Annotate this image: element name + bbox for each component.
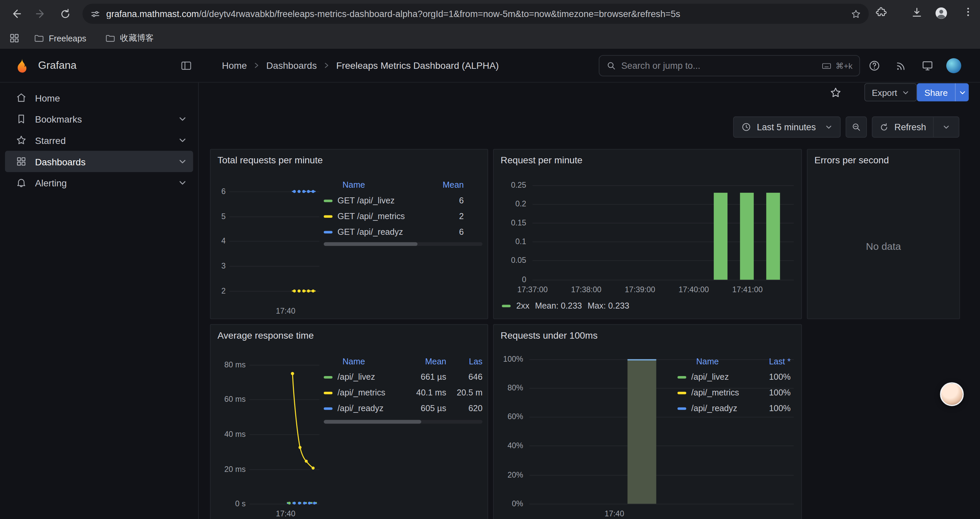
legend-col-name[interactable]: Name	[342, 180, 442, 189]
y-tick: 60%	[494, 412, 523, 422]
breadcrumb-home[interactable]: Home	[222, 60, 247, 71]
search-icon	[606, 61, 616, 71]
refresh-label: Refresh	[894, 122, 926, 132]
legend-row[interactable]: GET /api/_readyz 6	[324, 224, 464, 240]
chevron-down-icon[interactable]	[178, 178, 187, 187]
legend-col-mean[interactable]: Mean	[405, 356, 446, 366]
search-box[interactable]: ⌘+k	[599, 55, 860, 77]
chevron-down-icon[interactable]	[178, 157, 187, 166]
sidebar-item-dashboards[interactable]: Dashboards	[5, 151, 193, 172]
legend-row[interactable]: GET /api/_livez 6	[324, 193, 464, 208]
user-avatar[interactable]	[946, 58, 961, 73]
time-range-picker[interactable]: Last 5 minutes	[733, 117, 841, 138]
panel-title[interactable]: Errors per second	[814, 155, 889, 165]
bookmark-star-icon[interactable]	[851, 8, 861, 19]
panel-title[interactable]: Request per minute	[501, 155, 582, 165]
legend-row[interactable]: /api/_metrics 100%	[678, 385, 791, 401]
chevron-down-icon	[825, 123, 832, 131]
share-button[interactable]: Share	[917, 83, 969, 101]
legend-scrollbar[interactable]	[324, 242, 483, 246]
share-label[interactable]: Share	[917, 83, 955, 101]
legend-header: Name Mean	[324, 176, 464, 193]
chevron-down-icon	[902, 88, 910, 96]
legend-scrollbar[interactable]	[324, 420, 483, 423]
refresh-interval-chevron-icon[interactable]	[934, 123, 959, 131]
url-bar[interactable]: grafana.mathmast.com/d/deytv4rwavabkb/fr…	[83, 4, 869, 24]
breadcrumb-dashboards[interactable]: Dashboards	[266, 60, 317, 71]
x-tick: 17:38:00	[565, 285, 608, 295]
panel-title[interactable]: Requests under 100ms	[501, 330, 598, 340]
news-rss-icon[interactable]	[893, 58, 908, 73]
sidebar-item-home[interactable]: Home	[5, 87, 193, 108]
bar-2xx	[714, 193, 727, 279]
chevron-down-icon[interactable]	[178, 115, 187, 123]
url-path: /d/deytv4rwavabkb/freeleaps-metrics-dash…	[199, 9, 680, 19]
sidebar-item-alerting[interactable]: Alerting	[5, 172, 193, 193]
export-button[interactable]: Export	[864, 83, 917, 101]
folder-icon	[34, 33, 45, 43]
legend-row[interactable]: /api/_livez 661 µs 646	[324, 369, 483, 385]
gridline	[529, 446, 794, 446]
legend-col-last[interactable]: Last *	[769, 356, 791, 366]
search-input[interactable]	[621, 61, 816, 71]
sidebar-item-label: Bookmarks	[35, 113, 82, 124]
forward-button[interactable]	[32, 6, 49, 22]
sidebar-toggle-icon[interactable]	[179, 58, 194, 73]
site-info-icon[interactable]	[90, 8, 101, 19]
chevron-right-icon	[323, 62, 330, 69]
download-icon[interactable]	[911, 6, 923, 19]
y-tick: 0.15	[499, 218, 526, 228]
scrollbar-thumb[interactable]	[324, 242, 418, 246]
zoom-out-time-button[interactable]	[846, 117, 867, 138]
help-icon[interactable]	[867, 58, 882, 73]
scrollbar-thumb[interactable]	[324, 420, 421, 423]
panel-title[interactable]: Average response time	[218, 330, 314, 340]
bookmark-folder-blogs[interactable]: 收藏博客	[100, 31, 159, 46]
chevron-down-icon[interactable]	[178, 136, 187, 145]
series-color-icon	[678, 391, 686, 394]
refresh-icon	[879, 122, 889, 132]
sidebar-item-bookmarks[interactable]: Bookmarks	[5, 108, 193, 129]
legend-table: Name Last * /api/_livez 100% /api/_metri…	[678, 353, 791, 416]
series-color-icon	[678, 407, 686, 409]
grafana-brand[interactable]: Grafana	[14, 49, 76, 82]
share-menu-chevron-icon[interactable]	[955, 83, 969, 101]
panel-average-response-time: Average response time 80 ms 60 ms 40 ms …	[210, 324, 488, 519]
sidebar-item-label: Home	[35, 92, 60, 103]
refresh-button[interactable]: Refresh	[872, 117, 959, 138]
legend: 2xx Mean: 0.233 Max: 0.233	[502, 301, 629, 310]
legend-col-name[interactable]: Name	[696, 356, 769, 366]
panel-requests-under-100ms: Requests under 100ms 100% 80% 60% 40% 20…	[493, 324, 802, 519]
legend-row[interactable]: /api/_readyz 100%	[678, 401, 791, 416]
series-color-icon	[324, 376, 332, 378]
legend-row[interactable]: /api/_livez 100%	[678, 369, 791, 385]
legend-col-name[interactable]: Name	[342, 356, 405, 366]
apps-grid-icon[interactable]	[9, 32, 20, 44]
series-label[interactable]: 2xx	[516, 301, 529, 310]
legend-row[interactable]: GET /api/_metrics 2	[324, 208, 464, 224]
bookmark-folder-freeleaps[interactable]: Freeleaps	[29, 31, 91, 45]
time-range-label: Last 5 minutes	[757, 122, 816, 132]
legend-col-last[interactable]: Las	[446, 356, 483, 366]
line-chart	[245, 360, 327, 516]
gridline	[532, 223, 794, 224]
assistant-avatar[interactable]	[940, 382, 964, 406]
profile-icon[interactable]	[934, 6, 948, 20]
sidebar-item-label: Alerting	[35, 177, 67, 188]
kiosk-monitor-icon[interactable]	[920, 58, 935, 73]
panel-request-per-minute: Request per minute 0.25 0.2 0.15 0.1 0.0…	[493, 149, 802, 319]
bar-2xx	[740, 193, 754, 279]
legend-col-mean[interactable]: Mean	[442, 180, 464, 189]
sidebar-item-starred[interactable]: Starred	[5, 129, 193, 151]
back-button[interactable]	[8, 6, 24, 22]
x-tick: 17:41:00	[725, 285, 769, 295]
panel-title[interactable]: Total requests per minute	[218, 155, 323, 165]
favorite-dashboard-icon[interactable]	[829, 86, 842, 99]
legend-row[interactable]: /api/_metrics 40.1 ms 20.5 m	[324, 385, 483, 401]
legend-row[interactable]: /api/_readyz 605 µs 620	[324, 401, 483, 416]
panel-errors-per-second: Errors per second No data	[807, 149, 960, 319]
sidebar-item-label: Starred	[35, 135, 66, 145]
reload-button[interactable]	[57, 6, 73, 22]
extensions-icon[interactable]	[875, 6, 887, 19]
menu-kebab-icon[interactable]	[963, 6, 974, 18]
